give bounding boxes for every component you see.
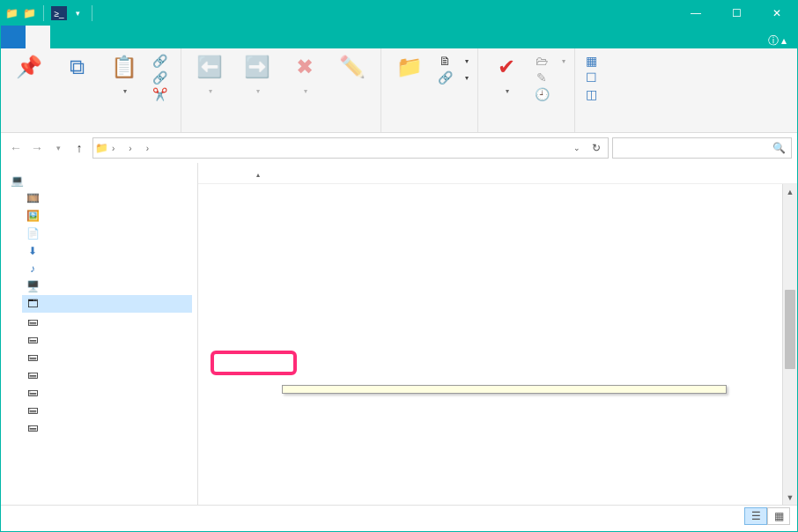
tree-pictures[interactable]: 🖼️ — [22, 207, 192, 225]
tab-home[interactable] — [26, 26, 50, 48]
scroll-down[interactable]: ▼ — [783, 490, 797, 505]
history-button[interactable]: 🕘 — [535, 87, 565, 101]
tab-file[interactable] — [1, 26, 26, 48]
tree-cdrive[interactable]: 🗔 — [22, 295, 192, 313]
invertsel-button[interactable]: ◫ — [584, 87, 603, 101]
tree-drive-d[interactable]: 🖴 — [22, 313, 192, 330]
selectnone-icon: ☐ — [584, 70, 598, 85]
copy-icon: ⧉ — [70, 52, 85, 82]
address-bar[interactable]: 📁 › › › ⌄ ↻ — [92, 137, 609, 159]
columns-header[interactable]: ▴ — [198, 163, 797, 184]
pin-button[interactable]: 📌 — [10, 52, 48, 84]
view-details-button[interactable]: ☰ — [744, 507, 767, 525]
col-name[interactable]: ▴ — [216, 167, 445, 180]
newfolder-button[interactable]: 📁 — [390, 52, 429, 84]
qat-dropdown-icon[interactable]: ▾ — [70, 6, 85, 20]
selectall-button[interactable]: ▦ — [584, 54, 603, 68]
downloads-icon: ⬇ — [26, 245, 40, 257]
tooltip — [282, 385, 727, 394]
ribbon-help[interactable]: ⓘ ▴ — [757, 33, 797, 48]
tree-drive-g[interactable]: 🖴 — [22, 366, 192, 383]
chevron-icon[interactable]: › — [146, 144, 149, 153]
moveto-icon: ⬅️ — [196, 52, 223, 82]
scrollbar[interactable]: ▲ ▼ — [782, 184, 797, 505]
cut-icon: ✂️ — [152, 87, 166, 101]
nav-row: ← → ▾ ↑ 📁 › › › ⌄ ↻ 🔍 — [1, 133, 797, 163]
documents-icon: 📄 — [26, 227, 40, 240]
pictures-icon: 🖼️ — [26, 210, 40, 222]
chevron-icon[interactable]: › — [129, 144, 131, 153]
desktop-icon: 🖥️ — [26, 280, 40, 292]
copypath-button[interactable]: 🔗 — [152, 54, 172, 68]
selectnone-button[interactable]: ☐ — [584, 70, 603, 85]
search-icon[interactable]: 🔍 — [772, 142, 786, 154]
easyaccess-icon: 🔗 — [438, 70, 452, 85]
maximize-button[interactable]: ☐ — [716, 1, 757, 26]
paste-button[interactable]: 📋 — [105, 52, 144, 98]
delete-button[interactable]: ✖ — [285, 52, 324, 98]
tree-desktop[interactable]: 🖥️ — [22, 277, 192, 295]
addr-refresh[interactable]: ↻ — [587, 142, 606, 154]
copypath-icon: 🔗 — [152, 54, 166, 68]
tree-music[interactable]: ♪ — [22, 260, 192, 277]
copy-button[interactable]: ⧉ — [57, 52, 96, 84]
view-icons-button[interactable]: ▦ — [767, 507, 790, 525]
newitem-button[interactable]: 🗎▾ — [438, 54, 469, 68]
tree-downloads[interactable]: ⬇ — [22, 242, 192, 260]
drive-icon: 🖴 — [26, 421, 40, 433]
qat-newfolder-icon[interactable]: 📁 — [22, 6, 36, 20]
edit-icon: ✎ — [535, 70, 549, 85]
search-input[interactable]: 🔍 — [612, 137, 792, 159]
nav-tree[interactable]: 💻 🎞️ 🖼️ 📄 ⬇ ♪ 🖥️ 🗔 🖴 🖴 🖴 🖴 🖴 🖴 🖴 — [1, 163, 198, 505]
rename-button[interactable]: ✏️ — [333, 52, 372, 84]
delete-icon: ✖ — [296, 52, 314, 82]
scroll-up[interactable]: ▲ — [783, 184, 797, 199]
pin-icon: 📌 — [16, 52, 42, 82]
edit-button[interactable]: ✎ — [535, 70, 565, 85]
tree-drive-e[interactable]: 🖴 — [22, 330, 192, 348]
tree-drive-h[interactable]: 🖴 — [22, 383, 192, 401]
invertsel-icon: ◫ — [584, 87, 598, 101]
ribbon-tabs: ⓘ ▴ — [1, 26, 797, 48]
open-button[interactable]: 🗁▾ — [535, 54, 565, 68]
tab-view[interactable] — [75, 26, 100, 48]
tree-drive-j[interactable]: 🖴 — [22, 418, 192, 436]
newitem-icon: 🗎 — [438, 54, 452, 68]
tree-documents[interactable]: 📄 — [22, 225, 192, 242]
copyto-button[interactable]: ➡️ — [238, 52, 277, 98]
newfolder-icon: 📁 — [396, 52, 423, 82]
selectall-icon: ▦ — [584, 54, 598, 68]
ribbon: 📌 ⧉ 📋 🔗 🔗 ✂️ ⬅️ ➡️ ✖ ✏️ 📁 🗎▾ 🔗▾ — [1, 48, 797, 133]
tree-drive-f[interactable]: 🖴 — [22, 348, 192, 366]
props-button[interactable]: ✔ — [487, 52, 526, 98]
pastelnk-button[interactable]: 🔗 — [152, 70, 172, 85]
main: 💻 🎞️ 🖼️ 📄 ⬇ ♪ 🖥️ 🗔 🖴 🖴 🖴 🖴 🖴 🖴 🖴 ▴ ▲ — [1, 163, 797, 505]
scroll-thumb[interactable] — [785, 290, 795, 369]
cut-button[interactable]: ✂️ — [152, 87, 172, 101]
file-list: ▴ ▲ ▼ — [198, 163, 797, 505]
addr-dd[interactable]: ⌄ — [567, 142, 587, 154]
music-icon: ♪ — [26, 262, 40, 275]
drive-icon: 🖴 — [26, 315, 40, 328]
close-button[interactable]: ✕ — [757, 1, 797, 26]
drive-icon: 🖴 — [26, 368, 40, 381]
nav-up[interactable]: ↑ — [70, 138, 89, 158]
drive-icon: 🗔 — [26, 298, 40, 310]
moveto-button[interactable]: ⬅️ — [190, 52, 229, 98]
nav-forward[interactable]: → — [27, 138, 47, 158]
qat-props-icon[interactable]: ≥_ — [51, 6, 67, 20]
drive-icon: 🖴 — [26, 351, 40, 363]
rename-icon: ✏️ — [339, 52, 366, 82]
chevron-icon[interactable]: › — [112, 144, 115, 153]
nav-back[interactable]: ← — [6, 138, 26, 158]
tree-pc[interactable]: 💻 — [6, 172, 192, 189]
easyaccess-button[interactable]: 🔗▾ — [438, 70, 469, 85]
minimize-button[interactable]: — — [676, 1, 716, 26]
drive-icon: 🖴 — [26, 403, 40, 416]
tree-videos[interactable]: 🎞️ — [22, 189, 192, 207]
nav-history-dd[interactable]: ▾ — [48, 138, 68, 158]
pc-icon: 💻 — [10, 174, 24, 187]
titlebar: 📁 📁 ≥_ ▾ — ☐ ✕ — [1, 1, 797, 26]
tree-drive-i[interactable]: 🖴 — [22, 401, 192, 418]
tab-share[interactable] — [50, 26, 75, 48]
